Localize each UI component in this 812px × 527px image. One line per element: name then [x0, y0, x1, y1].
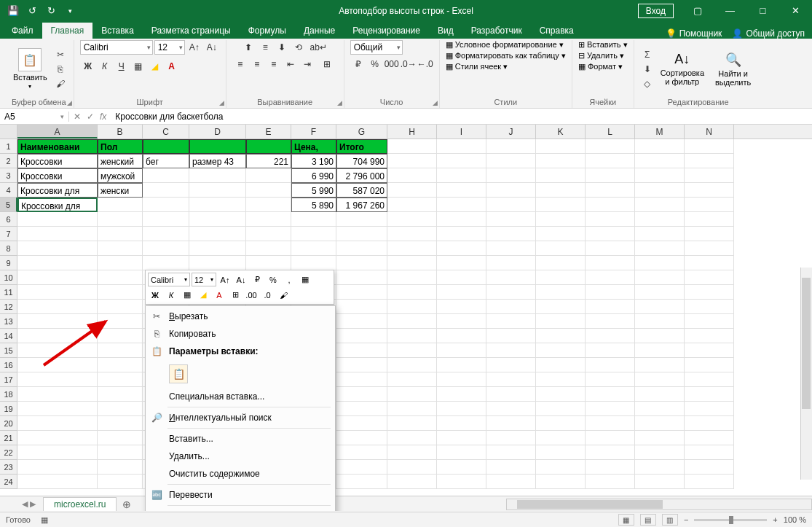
cell[interactable] — [98, 387, 143, 402]
cell[interactable] — [387, 460, 437, 475]
cell[interactable] — [387, 387, 437, 402]
cell[interactable] — [685, 431, 734, 445]
cell[interactable] — [17, 387, 98, 402]
font-color-icon[interactable]: A — [164, 59, 180, 74]
col-header-B[interactable]: B — [98, 125, 143, 138]
tab-data[interactable]: Данные — [295, 23, 344, 39]
cell[interactable] — [536, 329, 586, 343]
cell[interactable] — [635, 314, 685, 329]
col-header-I[interactable]: I — [437, 125, 486, 138]
cell[interactable] — [635, 241, 685, 256]
cell[interactable] — [486, 256, 536, 270]
cell[interactable] — [586, 154, 635, 168]
fill-color-icon[interactable]: ◢ — [147, 59, 163, 74]
tab-review[interactable]: Рецензирование — [344, 23, 429, 39]
cell[interactable] — [98, 343, 143, 358]
paste-button[interactable]: 📋 Вставить▾ — [10, 47, 50, 91]
mini-dec-inc-icon[interactable]: .00 — [244, 288, 259, 302]
row-header[interactable]: 18 — [0, 387, 17, 402]
cell[interactable] — [98, 198, 143, 212]
cell[interactable]: женски — [98, 183, 143, 198]
cell[interactable] — [98, 475, 143, 489]
cell[interactable] — [437, 139, 486, 154]
cm-copy[interactable]: ⎘Копировать — [146, 325, 335, 343]
cell[interactable] — [635, 387, 685, 402]
mini-painter-icon[interactable]: 🖌 — [276, 288, 291, 302]
cell[interactable]: 2 796 000 — [336, 168, 387, 183]
cell[interactable] — [685, 343, 734, 358]
cell[interactable] — [685, 183, 734, 198]
cell[interactable] — [586, 329, 635, 343]
cell[interactable] — [635, 475, 685, 489]
cell[interactable] — [486, 300, 536, 314]
cell[interactable] — [486, 314, 536, 329]
cell[interactable] — [536, 300, 586, 314]
row-header[interactable]: 22 — [0, 445, 17, 460]
cell[interactable] — [536, 212, 586, 227]
cell[interactable] — [98, 270, 143, 285]
cell[interactable] — [17, 475, 98, 489]
cell[interactable] — [586, 227, 635, 241]
cell[interactable] — [586, 372, 635, 387]
cell[interactable] — [437, 416, 486, 431]
border-icon[interactable]: ▦ — [130, 59, 146, 74]
row-header[interactable]: 4 — [0, 183, 17, 198]
tab-developer[interactable]: Разработчик — [462, 23, 531, 39]
cell[interactable] — [536, 285, 586, 300]
cell[interactable] — [143, 183, 189, 198]
cell[interactable] — [486, 154, 536, 168]
cell[interactable] — [635, 212, 685, 227]
cell[interactable] — [17, 270, 98, 285]
cell[interactable] — [387, 300, 437, 314]
cell[interactable] — [336, 343, 387, 358]
horizontal-scrollbar[interactable] — [506, 499, 812, 510]
cell[interactable] — [536, 402, 586, 416]
clear-icon[interactable]: ◇ — [640, 77, 655, 90]
zoom-slider[interactable] — [694, 519, 767, 521]
col-header-F[interactable]: F — [291, 125, 336, 138]
cm-delete[interactable]: Удалить... — [146, 448, 335, 465]
cell[interactable] — [437, 285, 486, 300]
row-header[interactable]: 21 — [0, 431, 17, 445]
cell[interactable] — [98, 256, 143, 270]
cell[interactable] — [336, 314, 387, 329]
cell[interactable]: 6 990 — [291, 168, 336, 183]
cell[interactable] — [685, 300, 734, 314]
cell[interactable] — [635, 285, 685, 300]
row-header[interactable]: 5 — [0, 198, 17, 212]
cell[interactable] — [336, 372, 387, 387]
find-select-button[interactable]: 🔍 Найти и выделить — [710, 50, 757, 88]
cell[interactable] — [17, 300, 98, 314]
cell[interactable]: Наименовани — [17, 139, 98, 154]
select-all-corner[interactable] — [0, 125, 17, 138]
cell[interactable] — [98, 372, 143, 387]
cell[interactable] — [17, 212, 98, 227]
cell[interactable] — [189, 183, 246, 198]
cell[interactable] — [586, 139, 635, 154]
cell[interactable] — [635, 358, 685, 372]
cell[interactable] — [387, 358, 437, 372]
cell[interactable] — [336, 431, 387, 445]
normal-view-icon[interactable]: ▦ — [618, 514, 634, 526]
cell[interactable] — [437, 387, 486, 402]
cell[interactable] — [387, 212, 437, 227]
bold-button[interactable]: Ж — [80, 59, 96, 74]
mini-shrink-icon[interactable]: A↓ — [234, 273, 248, 286]
mini-font-combo[interactable]: Calibri▾ — [148, 273, 190, 286]
cell[interactable] — [437, 227, 486, 241]
cell[interactable] — [486, 387, 536, 402]
cell[interactable] — [536, 270, 586, 285]
cell[interactable] — [685, 460, 734, 475]
share-button[interactable]: 👤Общий доступ — [732, 28, 805, 39]
cell[interactable] — [143, 241, 189, 256]
fx-icon[interactable]: fx — [100, 112, 106, 122]
cm-clear[interactable]: Очистить содержимое — [146, 465, 335, 483]
cell[interactable]: 704 990 — [336, 154, 387, 168]
cell[interactable] — [536, 372, 586, 387]
macro-icon[interactable]: ▦ — [41, 515, 48, 525]
col-header-G[interactable]: G — [336, 125, 387, 138]
cell[interactable] — [17, 241, 98, 256]
cell[interactable] — [387, 270, 437, 285]
cell[interactable] — [246, 227, 291, 241]
cell[interactable] — [685, 475, 734, 489]
